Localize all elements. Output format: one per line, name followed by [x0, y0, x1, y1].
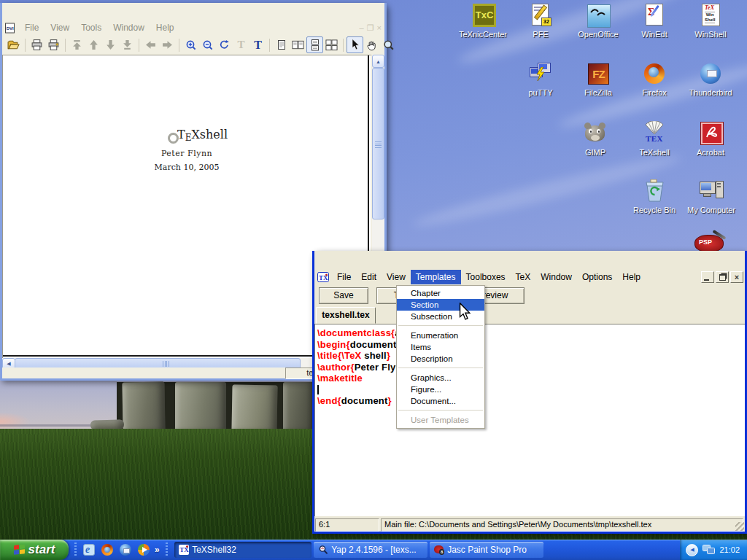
mdi-restore-button[interactable] — [716, 271, 729, 283]
page-first-icon[interactable] — [69, 36, 85, 53]
menu-item-document[interactable]: Document... — [397, 395, 484, 407]
recyclebin-desktop-icon[interactable]: Recycle Bin — [627, 179, 682, 214]
view-continuous-facing-icon[interactable] — [323, 36, 340, 53]
menu-item-figure[interactable]: Figure... — [397, 384, 484, 395]
tray-network-icon[interactable] — [703, 545, 715, 555]
winedt-desktop-icon[interactable]: ΣWinEdt — [627, 3, 682, 39]
code-segment: document — [341, 395, 388, 406]
texshell-menu-templates[interactable]: Templates — [411, 270, 461, 284]
print-icon[interactable] — [28, 36, 45, 53]
dvi-title: TEXshell — [177, 128, 228, 141]
taskbar-button-yap[interactable]: Yap 2.4.1596 - [texs... — [314, 542, 427, 558]
yap-dvi-icon: DVI — [4, 23, 15, 34]
resize-grip[interactable] — [735, 522, 744, 531]
quick-launch-overflow-chevron[interactable]: » — [155, 545, 160, 555]
texshell-menu-help[interactable]: Help — [617, 270, 646, 284]
texshell-menu-file[interactable]: File — [332, 270, 356, 284]
menu-item-user-templates[interactable]: User Templates — [397, 414, 484, 426]
winshell-desktop-icon[interactable]: TeXWinShellWinShell — [683, 3, 738, 39]
quicklaunch-firefox-icon[interactable] — [101, 543, 114, 556]
zoom-in-icon[interactable] — [182, 36, 199, 53]
texshell-window: TX TeXShell - [texshell.tex] × TX FileEd… — [312, 251, 747, 534]
texshell-desktop-icon[interactable]: TEXTeXshell — [627, 121, 682, 157]
menu-item-subsection[interactable]: Subsection — [397, 311, 484, 322]
editor-tab-texshell-tex[interactable]: texshell.tex — [316, 307, 376, 324]
code-segment: } — [387, 350, 390, 361]
view-continuous-icon[interactable] — [306, 36, 323, 53]
magnifier-icon[interactable] — [380, 36, 397, 53]
editor-line: \documentclass{article} — [317, 327, 745, 339]
quick-launch-handle[interactable] — [74, 542, 77, 557]
view-single-icon[interactable] — [273, 36, 290, 53]
firefox-desktop-icon[interactable]: Firefox — [627, 61, 682, 97]
mdi-minimize-button[interactable] — [701, 271, 714, 283]
toolbar-separator — [269, 39, 270, 52]
task-area-handle[interactable] — [166, 542, 168, 557]
refresh-icon[interactable] — [216, 36, 233, 53]
yap-menu-help[interactable]: Help — [150, 21, 180, 34]
texshell-menu-edit[interactable]: Edit — [356, 270, 382, 284]
text-icon[interactable]: T — [249, 36, 266, 53]
start-label: start — [28, 542, 55, 557]
hide-icons-chevron[interactable]: ◀ — [686, 544, 698, 556]
page-prev-icon[interactable] — [85, 36, 102, 53]
clock[interactable]: 21:02 — [719, 545, 740, 554]
start-button[interactable]: start — [0, 540, 69, 560]
dvi-author: Peter Flynn — [3, 149, 371, 158]
mdi-close-button[interactable]: × — [730, 271, 743, 283]
standing-stone — [231, 384, 277, 432]
hand-icon[interactable] — [363, 36, 380, 53]
view-facing-icon[interactable] — [290, 36, 306, 53]
texshell-editor[interactable]: \documentclass{article}\begin{document}\… — [314, 324, 745, 516]
scroll-up-button[interactable]: ▲ — [372, 55, 384, 68]
texshell-menu-window[interactable]: Window — [535, 270, 577, 284]
page-next-icon[interactable] — [102, 36, 119, 53]
menu-item-chapter[interactable]: Chapter — [397, 287, 484, 299]
menu-item-items[interactable]: Items — [397, 341, 484, 353]
vertical-scroll-thumb[interactable] — [372, 68, 384, 219]
texshell-menu-toolboxes[interactable]: Toolboxes — [461, 270, 511, 284]
texshell-menu-view[interactable]: View — [382, 270, 411, 284]
yap-menu-view[interactable]: View — [44, 21, 75, 34]
taskbar-button-psp[interactable]: 8Jasc Paint Shop Pro — [430, 542, 543, 558]
open-icon[interactable] — [5, 36, 22, 53]
quicklaunch-thunderbird-icon[interactable] — [119, 543, 132, 556]
print-all-icon[interactable] — [45, 36, 62, 53]
gimp-desktop-icon[interactable]: GIMP — [568, 121, 623, 157]
acrobat-desktop-icon[interactable]: Acrobat — [683, 121, 738, 157]
yap-menu-window[interactable]: Window — [107, 21, 150, 34]
menu-item-description[interactable]: Description — [397, 353, 484, 365]
thunderbird-desktop-icon[interactable]: Thunderbird — [683, 61, 738, 97]
page-last-icon[interactable] — [119, 36, 136, 53]
openoffice-desktop-icon[interactable]: OpenOffice — [570, 3, 626, 39]
toolbar-separator — [179, 39, 179, 52]
mycomputer-desktop-icon[interactable]: My Computer — [684, 179, 739, 214]
yap-menu-file[interactable]: File — [19, 21, 44, 34]
zoom-out-icon[interactable] — [199, 36, 216, 53]
filezilla-desktop-icon[interactable]: FZFileZilla — [570, 61, 626, 97]
forward-icon[interactable] — [159, 36, 176, 53]
yap-mini-icon — [318, 545, 328, 555]
menu-item-enumeration[interactable]: Enumeration — [397, 330, 484, 341]
menu-item-section[interactable]: Section — [397, 299, 484, 311]
save-button[interactable]: Save — [319, 287, 368, 304]
select-icon[interactable] — [347, 36, 363, 53]
quicklaunch-internet-explorer-icon[interactable]: e — [82, 543, 96, 556]
text-outline-icon[interactable]: T — [233, 36, 249, 53]
quicklaunch-media-player-icon[interactable] — [137, 543, 150, 556]
yap-menu-tools[interactable]: Tools — [75, 21, 107, 34]
yap-menu-items: FileViewToolsWindowHelp — [19, 21, 180, 34]
pfe-desktop-icon[interactable]: 32PFE — [513, 3, 568, 39]
taskbar-button-texshell[interactable]: TXTeXShell32 — [174, 542, 311, 558]
back-icon[interactable] — [142, 36, 159, 53]
editor-line: \begin{document} — [317, 339, 745, 351]
firefox-icon — [642, 61, 667, 86]
putty-desktop-icon[interactable]: puTTY — [513, 61, 568, 97]
yap-mdi-minimize-icon: – — [360, 23, 364, 33]
texshell-menu-tex[interactable]: TeX — [511, 270, 536, 284]
menu-item-graphics[interactable]: Graphics... — [397, 372, 484, 384]
txc-desktop-icon[interactable]: TxCTeXnicCenter — [455, 3, 511, 39]
texshell-menubar: TX FileEditViewTemplatesToolboxesTeXWind… — [314, 269, 745, 285]
psp-desktop-icon[interactable]: PSP — [693, 233, 725, 252]
texshell-menu-options[interactable]: Options — [577, 270, 617, 284]
